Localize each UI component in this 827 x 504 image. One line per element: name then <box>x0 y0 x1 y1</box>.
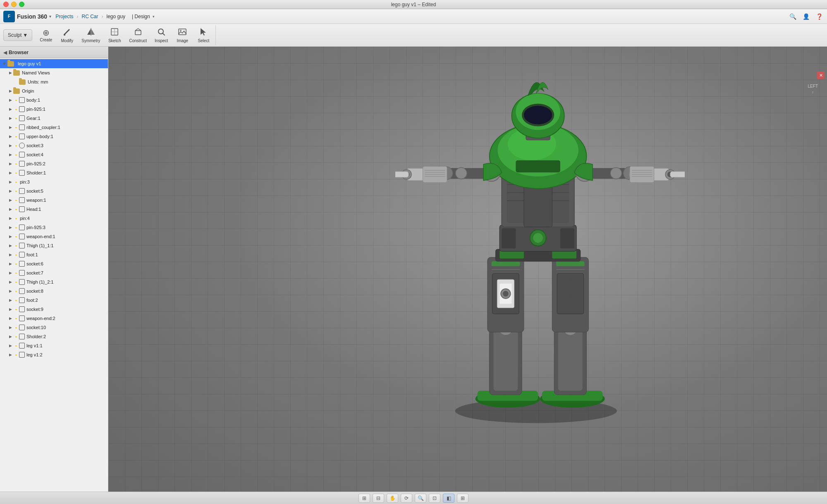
expand-arrow-pin925-2[interactable]: ▶ <box>7 161 13 167</box>
viewport[interactable]: LEFT ↑ <box>108 47 827 492</box>
expand-arrow-foot2[interactable]: ▶ <box>7 297 13 303</box>
tree-item-socket4[interactable]: ▶●socket:4 <box>0 150 108 159</box>
tree-item-foot1[interactable]: ▶●foot:1 <box>0 250 108 259</box>
nav-projects[interactable]: Projects <box>55 14 73 19</box>
tree-item-socket9[interactable]: ▶●socket:9 <box>0 305 108 314</box>
expand-arrow-pin925-3[interactable]: ▶ <box>7 225 13 230</box>
browser-collapse-button[interactable]: ◀ <box>3 50 7 55</box>
eye-icon-socket7[interactable]: ● <box>13 270 19 276</box>
tree-item-origin[interactable]: ▶Origin <box>0 86 108 96</box>
expand-arrow-foot1[interactable]: ▶ <box>7 252 13 258</box>
eye-icon-socket9[interactable]: ● <box>13 306 19 312</box>
eye-icon-body1[interactable]: ● <box>13 97 19 103</box>
eye-icon-head1[interactable]: ● <box>13 206 19 212</box>
expand-arrow-socket3[interactable]: ▶ <box>7 143 13 148</box>
snap-button[interactable]: ⊟ <box>373 494 384 503</box>
tree-item-socket3[interactable]: ▶●socket:3 <box>0 141 108 150</box>
expand-arrow-units[interactable] <box>13 79 19 85</box>
expand-arrow-weaponend1[interactable]: ▶ <box>7 234 13 239</box>
expand-arrow-sholder1[interactable]: ▶ <box>7 170 13 176</box>
eye-icon-weaponend1[interactable]: ● <box>13 234 19 239</box>
expand-arrow-weaponend2[interactable]: ▶ <box>7 315 13 321</box>
account-button[interactable]: 👤 <box>801 12 810 21</box>
inspect-tool[interactable]: Inspect <box>151 26 172 44</box>
eye-icon-socket3[interactable]: ● <box>13 143 19 148</box>
eye-icon-legv12[interactable]: ● <box>13 352 19 358</box>
eye-icon-thigh11[interactable]: ● <box>13 243 19 248</box>
tree-item-thigh12[interactable]: ▶●Thigh (1)_2:1 <box>0 277 108 287</box>
nav-rccar[interactable]: RC Car <box>82 14 98 19</box>
fitall-button[interactable]: ⊡ <box>429 494 440 503</box>
expand-arrow-ribbed[interactable]: ▶ <box>7 124 13 130</box>
eye-icon-pin925-1[interactable]: ● <box>13 106 19 112</box>
tree-item-legv12[interactable]: ▶●leg v1:2 <box>0 350 108 359</box>
layout-button[interactable]: ⊞ <box>457 494 468 503</box>
eye-icon-upperbody[interactable]: ● <box>13 134 19 139</box>
select-tool[interactable]: Select <box>193 26 214 44</box>
grid-toggle-button[interactable]: ⊞ <box>359 494 370 503</box>
eye-icon-weaponend2[interactable]: ● <box>13 315 19 321</box>
zoom-button[interactable]: 🔍 <box>415 494 426 503</box>
close-button[interactable] <box>3 2 9 7</box>
expand-arrow-body1[interactable]: ▶ <box>7 97 13 103</box>
eye-icon-sholder2[interactable]: ● <box>13 334 19 339</box>
expand-arrow-upperbody[interactable]: ▶ <box>7 134 13 139</box>
eye-icon-pin4[interactable]: ● <box>13 215 19 221</box>
tree-item-pin925-2[interactable]: ▶●pin-925:2 <box>0 159 108 168</box>
tree-item-sholder2[interactable]: ▶●Sholder:2 <box>0 332 108 341</box>
tree-item-thigh11[interactable]: ▶●Thigh (1)_1:1 <box>0 241 108 250</box>
help-button[interactable]: ❓ <box>815 12 824 21</box>
eye-icon-gear1[interactable]: ● <box>13 115 19 121</box>
expand-arrow-pin925-1[interactable]: ▶ <box>7 106 13 112</box>
tree-item-upperbody[interactable]: ▶●upper-body:1 <box>0 132 108 141</box>
expand-arrow-head1[interactable]: ▶ <box>7 206 13 212</box>
expand-arrow-legv11[interactable]: ▶ <box>7 343 13 349</box>
tree-item-foot2[interactable]: ▶●foot:2 <box>0 296 108 305</box>
construct-tool[interactable]: Construct <box>125 26 151 44</box>
tree-item-weaponend2[interactable]: ▶●weapon-end:2 <box>0 314 108 323</box>
expand-arrow-socket10[interactable]: ▶ <box>7 325 13 330</box>
eye-icon-pin925-3[interactable]: ● <box>13 225 19 230</box>
expand-arrow-socket4[interactable]: ▶ <box>7 152 13 158</box>
tree-item-socket6[interactable]: ▶●socket:6 <box>0 259 108 268</box>
tree-item-pin4[interactable]: ▶●pin:4 <box>0 214 108 223</box>
tree-item-sholder1[interactable]: ▶●Sholder:1 <box>0 168 108 177</box>
expand-arrow-socket5[interactable]: ▶ <box>7 188 13 194</box>
expand-arrow-thigh11[interactable]: ▶ <box>7 243 13 248</box>
expand-arrow-root[interactable]: ▶ <box>2 61 7 67</box>
eye-icon-foot2[interactable]: ● <box>13 297 19 303</box>
expand-arrow-sholder2[interactable]: ▶ <box>7 334 13 339</box>
eye-icon-weapon1[interactable]: ● <box>13 197 19 203</box>
maximize-button[interactable] <box>19 2 24 7</box>
eye-icon-sholder1[interactable]: ● <box>13 170 19 176</box>
expand-arrow-socket7[interactable]: ▶ <box>7 270 13 276</box>
expand-arrow-gear1[interactable]: ▶ <box>7 115 13 121</box>
tree-item-root[interactable]: ▶lego guy v1 <box>0 59 108 68</box>
eye-icon-socket4[interactable]: ● <box>13 152 19 158</box>
expand-arrow-socket9[interactable]: ▶ <box>7 306 13 312</box>
eye-icon-legv11[interactable]: ● <box>13 343 19 349</box>
tree-item-socket8[interactable]: ▶●socket:8 <box>0 287 108 296</box>
tree-item-weapon1[interactable]: ▶●weapon:1 <box>0 196 108 205</box>
sketch-tool[interactable]: Sketch <box>104 26 125 44</box>
eye-icon-socket10[interactable]: ● <box>13 325 19 330</box>
tree-item-body1[interactable]: ▶●body:1 <box>0 96 108 105</box>
tree-item-pin925-3[interactable]: ▶●pin-925:3 <box>0 223 108 232</box>
tree-item-socket7[interactable]: ▶●socket:7 <box>0 268 108 277</box>
create-tool[interactable]: ⊕ Create <box>36 26 56 44</box>
tree-item-weaponend1[interactable]: ▶●weapon-end:1 <box>0 232 108 241</box>
expand-arrow-weapon1[interactable]: ▶ <box>7 197 13 203</box>
tree-item-pin3[interactable]: ▶●pin:3 <box>0 177 108 186</box>
tree-item-legv11[interactable]: ▶●leg v1:1 <box>0 341 108 350</box>
close-panel-button[interactable]: ✕ <box>817 72 825 79</box>
expand-arrow-pin4[interactable]: ▶ <box>7 215 13 221</box>
tree-item-units[interactable]: Units: mm <box>0 77 108 86</box>
expand-arrow-socket8[interactable]: ▶ <box>7 288 13 294</box>
tree-item-socket10[interactable]: ▶●socket:10 <box>0 323 108 332</box>
tree-item-gear1[interactable]: ▶●Gear:1 <box>0 114 108 123</box>
search-button[interactable]: 🔍 <box>788 12 797 21</box>
expand-arrow-legv12[interactable]: ▶ <box>7 352 13 358</box>
workspace-dropdown[interactable]: ▾ <box>153 14 155 19</box>
display-mode-button[interactable]: ◧ <box>443 494 454 503</box>
modify-tool[interactable]: Modify <box>57 26 77 44</box>
